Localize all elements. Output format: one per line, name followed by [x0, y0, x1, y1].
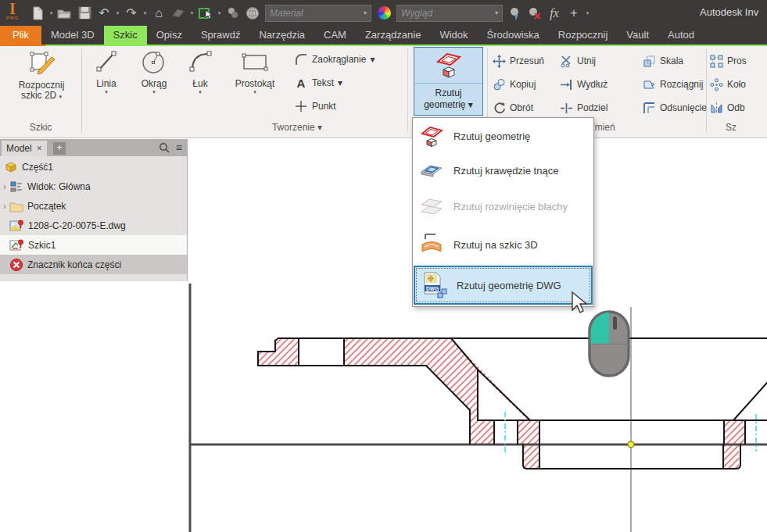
redo-icon[interactable]: ↷	[122, 4, 141, 23]
ribbon-button-prostokat[interactable]: Prostokąt ▾	[224, 48, 286, 95]
material-combobox-caret-icon[interactable]: ▾	[364, 9, 367, 16]
ribbon-button-okrag[interactable]: Okrąg ▾	[131, 48, 177, 95]
tree-item-view[interactable]: › Widok: Główna	[0, 177, 187, 196]
tab-opisz[interactable]: Opisz	[147, 26, 192, 45]
ribbon-button-label: Utnij	[577, 55, 596, 66]
appearance-combobox[interactable]: Wygląd ▾	[396, 5, 503, 22]
sketch-view-icon[interactable]	[169, 4, 188, 23]
open-icon[interactable]	[56, 4, 74, 23]
menu-item-rzutuj-na-szkic-3d[interactable]: Rzutuj na szkic 3D	[413, 225, 593, 264]
tab-plik[interactable]: Plik	[0, 26, 41, 45]
tab-rozpocznij[interactable]: Rozpocznij	[549, 26, 618, 45]
tab-model-3d[interactable]: Model 3D	[41, 26, 104, 45]
group-label-tworzenie[interactable]: Tworzenie ▾	[235, 122, 360, 133]
project-geometry-button[interactable]: Rzutuj geometrię ▾	[414, 47, 483, 116]
tab-srodowiska[interactable]: Środowiska	[478, 26, 549, 45]
text-icon: A	[294, 77, 308, 90]
ribbon-button-linia[interactable]: Linia ▾	[86, 48, 127, 95]
tree-item-part[interactable]: Część1	[0, 157, 187, 177]
ribbon-button-rozciagnij[interactable]: Rozciągnij	[643, 75, 703, 94]
expand-chevron-icon[interactable]: ›	[0, 181, 9, 192]
project-geometry-label-line2: geometrię	[424, 99, 465, 110]
tab-vault[interactable]: Vault	[617, 26, 658, 45]
redo-caret-icon[interactable]: ▾	[142, 10, 149, 16]
tab-autodesk[interactable]: Autod	[658, 26, 704, 45]
browser-tab-model[interactable]: Model ×	[2, 141, 47, 156]
tab-zarzadzanie[interactable]: Zarządzanie	[356, 26, 431, 45]
tree-item-dwg[interactable]: 1208-C-20-0075-E.dwg	[0, 216, 187, 235]
ribbon-button-label: Łuk	[181, 79, 219, 89]
section-outline[interactable]	[258, 338, 767, 469]
ribbon-button-luk[interactable]: Łuk ▾	[181, 48, 219, 95]
app-window: I PRO ▾ ↶ ▾ ↷ ▾ ⌂ ▾ ▾ Mater	[0, 0, 767, 532]
undo-caret-icon[interactable]: ▾	[114, 10, 121, 16]
group-label-szyk[interactable]: Sz	[726, 122, 765, 133]
tree-item-end-of-part-marker[interactable]: Znacznik końca części	[0, 255, 187, 274]
material-spheres-icon[interactable]	[224, 4, 242, 23]
expand-chevron-icon[interactable]: ›	[0, 201, 9, 212]
ribbon-button-podziel[interactable]: Podziel	[560, 98, 608, 117]
hamburger-menu-icon[interactable]: ≡	[176, 141, 182, 154]
save-icon[interactable]	[75, 4, 94, 23]
add-toolbar-icon[interactable]: +	[564, 4, 583, 23]
tree-item-label: 1208-C-20-0075-E.dwg	[28, 220, 126, 231]
select-tool-caret-icon[interactable]: ▾	[216, 10, 223, 16]
material-combobox[interactable]: Material ▾	[265, 5, 371, 22]
ribbon-button-szyk-kolowy[interactable]: Koło	[710, 75, 746, 94]
ribbon-button-label: Prostokąt	[224, 79, 286, 89]
tree-item-origin-folder[interactable]: › Początek	[0, 196, 187, 216]
ribbon-button-wydluz[interactable]: Wydłuż	[560, 75, 608, 94]
appearance-combobox-caret-icon[interactable]: ▾	[495, 9, 498, 16]
ribbon-button-punkt[interactable]: Punkt	[294, 97, 336, 116]
ribbon-button-label: Odsunięcie	[660, 102, 707, 113]
sketch-view-caret-icon[interactable]: ▾	[188, 10, 195, 16]
dwg-icon-text: DWG	[426, 286, 439, 291]
ribbon-button-przesun[interactable]: Przesuń	[493, 52, 544, 70]
clear-appearance-icon[interactable]	[525, 4, 544, 23]
tab-cam[interactable]: CAM	[314, 26, 356, 45]
rectangular-pattern-icon	[710, 55, 723, 68]
dwg-underlay-lines[interactable]	[190, 284, 767, 532]
select-tool-icon[interactable]	[196, 4, 215, 23]
ribbon-button-tekst[interactable]: A Tekst ▾	[294, 73, 342, 92]
ribbon-button-odbicie[interactable]: Odb	[710, 98, 745, 117]
tree-item-sketch1[interactable]: Szkic1	[0, 235, 187, 255]
menu-item-rzutuj-krawedzie-tnace[interactable]: Rzutuj krawędzie tnące	[413, 152, 593, 188]
project-cut-edges-icon	[419, 159, 444, 182]
home-icon[interactable]: ⌂	[149, 4, 168, 23]
copy-icon	[493, 78, 506, 91]
hole-centerlines[interactable]	[505, 412, 756, 453]
ribbon-button-kopiuj[interactable]: Kopiuj	[493, 75, 536, 94]
ribbon-button-label: Okrąg	[131, 79, 177, 89]
close-icon[interactable]: ×	[37, 143, 42, 154]
group-label-szkic[interactable]: Szkic	[0, 122, 81, 133]
ribbon-button-obrot[interactable]: Obrót	[493, 98, 533, 117]
parameters-fx-icon[interactable]: fx	[545, 4, 564, 23]
ribbon-button-label: Linia	[86, 79, 127, 89]
tab-sprawdz[interactable]: Sprawdź	[192, 26, 250, 45]
menu-item-rzutuj-geometrie-dwg[interactable]: DWG Rzutuj geometrię DWG	[414, 266, 593, 305]
color-wheel-icon[interactable]	[375, 4, 393, 23]
start-2d-sketch-button[interactable]: Rozpocznij szkic 2D ▾	[3, 48, 80, 101]
globe-icon[interactable]	[243, 4, 262, 23]
undo-icon[interactable]: ↶	[95, 4, 113, 23]
ribbon-button-szyk-prostokatny[interactable]: Pros	[710, 52, 747, 70]
origin-point[interactable]	[628, 441, 634, 448]
search-icon[interactable]	[159, 142, 170, 153]
ribbon-button-skala[interactable]: Skala	[643, 52, 683, 70]
toolbar-options-caret-icon[interactable]: ▾	[584, 10, 591, 16]
ribbon-button-zaokraglanie[interactable]: Zaokrąglanie ▾	[294, 50, 375, 69]
menu-item-rzutuj-geometrie[interactable]: Rzutuj geometrię	[413, 120, 593, 152]
ribbon-button-odsuniecie[interactable]: Odsunięcie	[643, 98, 707, 117]
tab-narzedzia[interactable]: Narzędzia	[249, 26, 314, 45]
ribbon-button-utnij[interactable]: Utnij	[560, 52, 596, 70]
stretch-icon	[643, 78, 656, 91]
new-file-icon[interactable]	[28, 4, 47, 23]
add-browser-tab-button[interactable]: +	[53, 142, 66, 155]
tab-widok[interactable]: Widok	[430, 26, 477, 45]
start-2d-sketch-label-line1: Rozpocznij	[19, 80, 65, 91]
tab-szkic[interactable]: Szkic	[104, 26, 147, 45]
adjust-appearance-icon[interactable]	[506, 4, 525, 23]
new-file-caret-icon[interactable]: ▾	[48, 10, 55, 16]
scale-icon	[643, 55, 656, 68]
